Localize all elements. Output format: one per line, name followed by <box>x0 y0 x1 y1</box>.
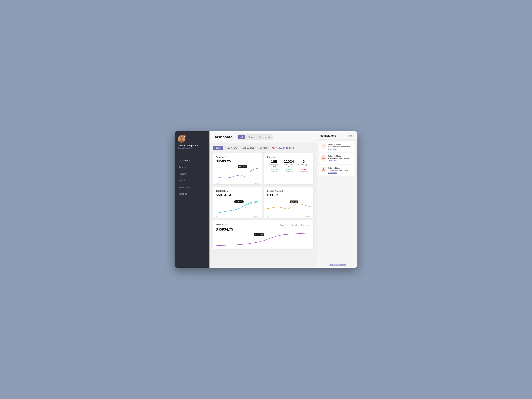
wagers-chart: $13287.55 <box>216 233 310 246</box>
frozen-card: Frozen Amount ? $112.50 $135.00 Time 1:1… <box>264 187 314 218</box>
active-players-label: Active players <box>282 164 296 165</box>
page-title: Dashboard <box>214 135 233 139</box>
reserve-chart: $1778.08 Time 1:15PM <box>216 165 259 181</box>
frozen-card-title: Frozen Amount ? <box>267 190 310 192</box>
notifications-header: Notifications Clear all <box>317 131 357 139</box>
players-stats-grid: 165 New players Show ↗ 10.6% vs yesterda… <box>267 159 310 172</box>
wagers-title: Wagers ? <box>216 223 227 226</box>
active-players-show[interactable]: Show <box>282 166 296 168</box>
notif-time-1: Today, 10:23 am <box>328 144 354 145</box>
user-name[interactable]: Jannie Thompson ▾ <box>178 144 206 147</box>
active-players-value: 11024 <box>282 159 296 164</box>
frozen-value: $112.50 <box>267 193 310 197</box>
main-content: Dashboard All Ring Tournament Today Last… <box>209 131 317 268</box>
filter-today[interactable]: Today <box>213 146 223 150</box>
filter-last7[interactable]: Last 7 days <box>224 146 239 150</box>
notif-link-3[interactable]: Show details <box>328 172 354 174</box>
banned-players-label: Banned players <box>297 164 310 165</box>
new-players-value: 165 <box>267 159 281 164</box>
notification-item: Today, 12:45 pm Possible collusion detec… <box>319 153 355 164</box>
banned-players-show[interactable]: Show <box>297 166 310 168</box>
notif-time-3: Today, 2:18 pm <box>328 167 354 169</box>
sidebar-item-players[interactable]: Players <box>175 171 209 177</box>
nav-section: Dashboard Reserves Players Reports Notif… <box>175 154 209 264</box>
sidebar-item-notifications[interactable]: Notifications <box>175 184 209 190</box>
frozen-tooltip: $135.00 <box>290 201 298 203</box>
frozen-x-left: Time <box>267 216 271 218</box>
notification-item: Today, 2:18 pm Possible collusion detect… <box>319 165 355 176</box>
svg-point-12 <box>323 170 324 171</box>
rakes-x-left: Time <box>216 216 219 218</box>
notif-icon-wrap-1 <box>321 144 326 149</box>
rakes-info-icon[interactable]: ? <box>228 190 231 192</box>
active-players-change: ↗ 4.1% <box>282 168 296 171</box>
avatar: 4 <box>178 135 185 143</box>
reserve-info-icon[interactable]: ? <box>225 156 228 158</box>
tab-tournament[interactable]: Tournament <box>256 135 273 139</box>
wager-tabs: Total | Per hand | Per player <box>280 224 310 226</box>
stat-banned-players: 5 Banned players Show ↘ +3 vs yesterday <box>297 159 310 172</box>
new-players-change: ↗ 10.6% <box>267 168 281 171</box>
new-players-vs: vs yesterday <box>267 171 281 172</box>
notification-badge: 4 <box>183 135 186 138</box>
notif-content-2: Today, 12:45 pm Possible collusion detec… <box>328 155 354 162</box>
wagers-info-icon[interactable]: ? <box>224 224 227 226</box>
new-players-label: New players <box>267 164 281 165</box>
filter-last30[interactable]: Last 30 days <box>240 146 256 150</box>
rakes-chart: $3287.55 Time 11:37AM <box>216 198 259 215</box>
notif-desc-3: Possible collusion detected <box>328 169 354 171</box>
notif-icon-wrap-2 <box>321 155 326 161</box>
arrow-up-icon: ↗ <box>270 168 272 171</box>
cards-row-1: Reserve ? $4583.25 $1778.08 Time 1:15PM <box>213 153 313 184</box>
reserve-x-left: Time <box>216 182 219 184</box>
stat-active-players: 11024 Active players Show ↗ 4.1% vs yest… <box>282 159 296 172</box>
rakes-card-title: Total Rakes ? <box>216 190 259 192</box>
rakes-value: $5913.14 <box>216 193 259 197</box>
frozen-x-right: 1:15PM <box>305 216 310 218</box>
content-area: Today Last 7 days Last 30 days Custom 📅 … <box>209 143 317 268</box>
stat-new-players: 165 New players Show ↗ 10.6% vs yesterda… <box>267 159 281 172</box>
user-section: 4 Jannie Thompson ▾ Janniet@email.com <box>175 135 209 154</box>
arrow-down-icon: ↘ <box>302 168 303 171</box>
clear-all-button[interactable]: Clear all <box>347 135 355 137</box>
sidebar: 4 Jannie Thompson ▾ Janniet@email.com Da… <box>175 131 209 268</box>
players-info-icon[interactable]: ? <box>276 156 278 158</box>
sidebar-item-reports[interactable]: Reports <box>175 177 209 184</box>
cards-row-2: Total Rakes ? $5913.14 $3287.55 Time <box>213 187 313 218</box>
header-tabs: All Ring Tournament <box>237 134 273 140</box>
banned-players-value: 5 <box>297 159 310 164</box>
arrow-up-icon2: ↗ <box>286 168 287 171</box>
date-display: 📅 Friday, 01/25/2019 <box>272 147 294 149</box>
reserve-card-title: Reserve ? <box>216 156 259 158</box>
reserve-x-right: 1:15PM <box>254 182 259 184</box>
wagers-card: Wagers ? Total | Per hand | Per player $… <box>213 221 313 249</box>
wager-tab-total[interactable]: Total <box>280 224 284 226</box>
tab-all[interactable]: All <box>238 135 245 139</box>
sidebar-item-dashboard[interactable]: Dashboard <box>175 157 209 164</box>
players-card: Players ? 165 New players Show ↗ 10.6% <box>264 153 314 184</box>
wagers-header: Wagers ? Total | Per hand | Per player <box>216 223 310 227</box>
right-panel: Notifications Clear all Today, 10:23 am <box>317 131 357 268</box>
active-players-vs: vs yesterday <box>282 171 296 172</box>
wager-tab-perplayer[interactable]: Per player <box>301 224 310 226</box>
notif-icon-wrap-3 <box>321 167 326 172</box>
header: Dashboard All Ring Tournament <box>209 131 317 143</box>
sidebar-item-settings[interactable]: Settings <box>175 190 209 197</box>
sidebar-item-reserves[interactable]: Reserves <box>175 164 209 171</box>
reserve-value: $4583.25 <box>216 159 259 163</box>
wager-tab-perhand[interactable]: Per hand <box>289 224 297 226</box>
notif-desc-2: Possible collusion detected <box>328 158 354 159</box>
tab-ring[interactable]: Ring <box>246 135 255 139</box>
notif-link-1[interactable]: Show details <box>328 148 354 150</box>
new-players-show[interactable]: Show <box>267 166 281 168</box>
reserve-tooltip: $1778.08 <box>238 165 247 168</box>
reserve-card: Reserve ? $4583.25 $1778.08 Time 1:15PM <box>213 153 262 184</box>
frozen-info-icon[interactable]: ? <box>284 190 286 192</box>
date-value: Friday, 01/25/2019 <box>276 147 294 149</box>
notif-link-2[interactable]: Show details <box>328 160 354 162</box>
filter-bar: Today Last 7 days Last 30 days Custom 📅 … <box>213 146 313 150</box>
rakes-tooltip: $3287.55 <box>234 200 244 203</box>
show-all-notifications[interactable]: Show all notifications <box>317 262 357 268</box>
filter-custom[interactable]: Custom <box>258 146 269 150</box>
notif-time-2: Today, 12:45 pm <box>328 155 354 157</box>
